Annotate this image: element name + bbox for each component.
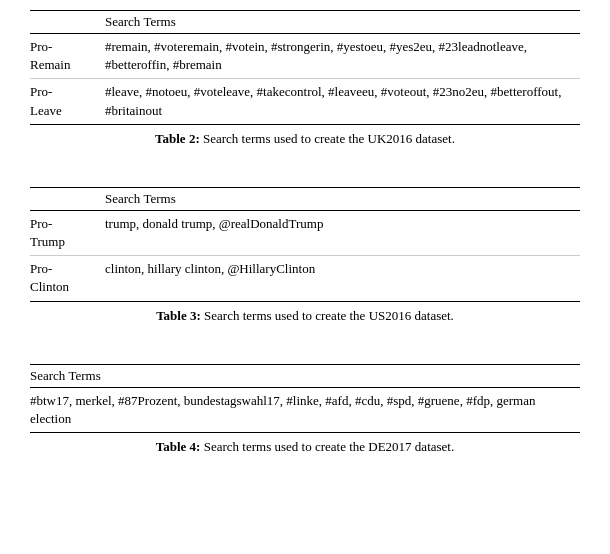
table4-container: Search Terms #btw17, merkel, #87Prozent,… xyxy=(30,364,580,455)
table2-caption-text: Search terms used to create the UK2016 d… xyxy=(200,131,455,146)
table3: Search Terms Pro-Trump trump, donald tru… xyxy=(30,187,580,302)
table4: Search Terms #btw17, merkel, #87Prozent,… xyxy=(30,364,580,433)
table2-caption: Table 2: Search terms used to create the… xyxy=(30,131,580,147)
table3-caption-text: Search terms used to create the US2016 d… xyxy=(201,308,454,323)
table-row: Pro-Leave #leave, #notoeu, #voteleave, #… xyxy=(30,79,580,124)
table-row: Pro-Remain #remain, #voteremain, #votein… xyxy=(30,34,580,79)
table3-row1-terms: trump, donald trump, @realDonaldTrump xyxy=(105,210,580,255)
table-row: Pro-Clinton clinton, hillary clinton, @H… xyxy=(30,256,580,301)
table4-caption: Table 4: Search terms used to create the… xyxy=(30,439,580,455)
table3-caption: Table 3: Search terms used to create the… xyxy=(30,308,580,324)
table3-container: Search Terms Pro-Trump trump, donald tru… xyxy=(30,187,580,324)
table4-caption-text: Search terms used to create the DE2017 d… xyxy=(200,439,454,454)
spacer1 xyxy=(30,165,580,187)
table4-caption-label: Table 4: xyxy=(156,439,201,454)
table2-caption-label: Table 2: xyxy=(155,131,200,146)
table3-caption-label: Table 3: xyxy=(156,308,201,323)
table-row: Pro-Trump trump, donald trump, @realDona… xyxy=(30,210,580,255)
table2-container: Search Terms Pro-Remain #remain, #votere… xyxy=(30,10,580,147)
table3-row2-terms: clinton, hillary clinton, @HillaryClinto… xyxy=(105,256,580,301)
table2-row1-terms: #remain, #voteremain, #votein, #stronger… xyxy=(105,34,580,79)
table4-row1-terms: #btw17, merkel, #87Prozent, bundestagswa… xyxy=(30,387,580,432)
spacer2 xyxy=(30,342,580,364)
table2-header-terms: Search Terms xyxy=(105,11,580,34)
table4-header-terms: Search Terms xyxy=(30,364,580,387)
table2: Search Terms Pro-Remain #remain, #votere… xyxy=(30,10,580,125)
table-row: #btw17, merkel, #87Prozent, bundestagswa… xyxy=(30,387,580,432)
table3-row2-category: Pro-Clinton xyxy=(30,256,105,301)
table2-row2-terms: #leave, #notoeu, #voteleave, #takecontro… xyxy=(105,79,580,124)
table3-header-terms: Search Terms xyxy=(105,187,580,210)
table2-empty-header xyxy=(30,11,105,34)
table2-row2-category: Pro-Leave xyxy=(30,79,105,124)
table3-empty-header xyxy=(30,187,105,210)
table2-row1-category: Pro-Remain xyxy=(30,34,105,79)
table3-row1-category: Pro-Trump xyxy=(30,210,105,255)
